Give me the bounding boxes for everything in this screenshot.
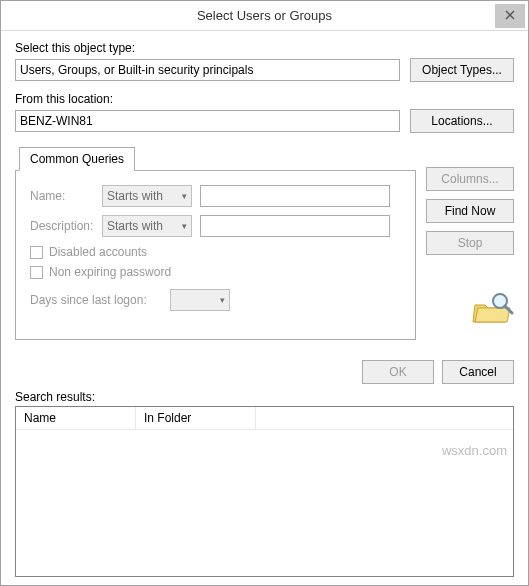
- name-input[interactable]: [200, 185, 390, 207]
- name-mode-value: Starts with: [107, 189, 163, 203]
- search-results-label: Search results:: [15, 390, 514, 404]
- ok-button[interactable]: OK: [362, 360, 434, 384]
- name-label: Name:: [30, 189, 102, 203]
- find-now-button[interactable]: Find Now: [426, 199, 514, 223]
- tab-frame: Common Queries Name: Starts with ▾ Descr…: [15, 147, 416, 340]
- non-expiring-label: Non expiring password: [49, 265, 171, 279]
- description-label: Description:: [30, 219, 102, 233]
- close-icon: [505, 9, 515, 23]
- search-results-list[interactable]: Name In Folder: [15, 406, 514, 577]
- object-type-label: Select this object type:: [15, 41, 514, 55]
- results-header: Name In Folder: [16, 407, 513, 430]
- columns-button[interactable]: Columns...: [426, 167, 514, 191]
- column-in-folder[interactable]: In Folder: [136, 407, 256, 429]
- column-spacer: [256, 407, 513, 429]
- non-expiring-checkbox[interactable]: [30, 266, 43, 279]
- dialog-window: Select Users or Groups Select this objec…: [0, 0, 529, 586]
- object-types-button[interactable]: Object Types...: [410, 58, 514, 82]
- chevron-down-icon: ▾: [182, 191, 187, 201]
- chevron-down-icon: ▾: [182, 221, 187, 231]
- dialog-content: Select this object type: Object Types...…: [1, 31, 528, 585]
- results-body: [16, 430, 513, 576]
- object-type-input[interactable]: [15, 59, 400, 81]
- description-input[interactable]: [200, 215, 390, 237]
- name-mode-combo[interactable]: Starts with ▾: [102, 185, 192, 207]
- stop-button[interactable]: Stop: [426, 231, 514, 255]
- days-logon-label: Days since last logon:: [30, 293, 170, 307]
- locations-button[interactable]: Locations...: [410, 109, 514, 133]
- description-mode-value: Starts with: [107, 219, 163, 233]
- column-name[interactable]: Name: [16, 407, 136, 429]
- chevron-down-icon: ▾: [220, 295, 225, 305]
- location-label: From this location:: [15, 92, 514, 106]
- titlebar: Select Users or Groups: [1, 1, 528, 31]
- close-button[interactable]: [495, 4, 525, 28]
- tab-panel: Name: Starts with ▾ Description: Starts …: [15, 170, 416, 340]
- search-folder-icon: [472, 291, 514, 328]
- disabled-accounts-label: Disabled accounts: [49, 245, 147, 259]
- location-input[interactable]: [15, 110, 400, 132]
- cancel-button[interactable]: Cancel: [442, 360, 514, 384]
- tab-common-queries[interactable]: Common Queries: [19, 147, 135, 171]
- description-mode-combo[interactable]: Starts with ▾: [102, 215, 192, 237]
- dialog-title: Select Users or Groups: [1, 8, 528, 23]
- days-logon-combo[interactable]: ▾: [170, 289, 230, 311]
- right-button-column: Columns... Find Now Stop: [426, 147, 514, 340]
- disabled-accounts-checkbox[interactable]: [30, 246, 43, 259]
